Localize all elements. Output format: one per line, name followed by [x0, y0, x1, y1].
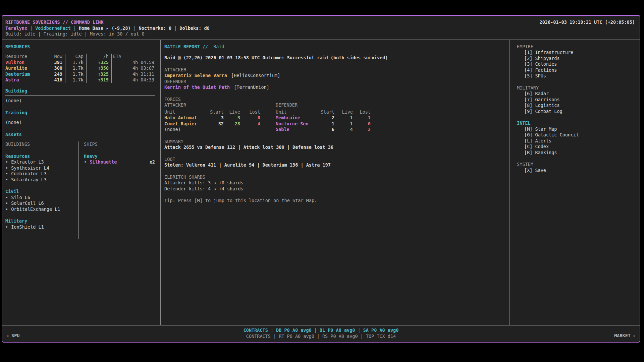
contracts-line-primary: CONTRACTS|DB P0 A0 avg0|BL P0 A0 avg0|SA…: [2, 327, 640, 334]
loot-label: LOOT: [164, 157, 491, 163]
resource-now: 418: [44, 77, 65, 83]
pact-name: VoidbornePact: [35, 25, 71, 31]
training-queue-title: Training: [5, 110, 155, 116]
menu-section-empire: EMPIRE [1]Infrastructure [2]Shipyards [3…: [517, 44, 640, 79]
buildings-column: BUILDINGS Resources •Extractor L3 •Synth…: [5, 141, 79, 239]
contracts-line-secondary: CONTRACTS|RT P0 A0 avg0|RS P0 A0 avg0|TO…: [2, 334, 640, 340]
defender-identity: Kerrin of the Quiet Path [TerranUnion]: [164, 84, 491, 90]
menu-section-system: SYSTEM [X]Save: [517, 162, 640, 173]
section-rule: [5, 95, 155, 96]
ships-group-heavy: Heavy: [84, 154, 155, 160]
menu-item-logistics[interactable]: [8]Logistics: [517, 103, 640, 109]
building-item: •OrbitalExchange L1: [5, 206, 78, 213]
game-terminal-window: RIFTBORNE SOVEREIGNS // COMMAND LINK 202…: [2, 15, 640, 343]
resource-eta: 4h 04:59: [112, 60, 154, 66]
building-item: •SolarCell L6: [5, 200, 78, 206]
section-rule: [5, 117, 155, 117]
ship-item: •Silhouette x2: [84, 159, 155, 165]
resource-rate: ↑325: [87, 71, 112, 77]
tip-line: Tip: Press [M] to jump to this location …: [164, 198, 491, 204]
bullet-icon: •: [5, 206, 8, 212]
separator: |: [133, 25, 136, 31]
col-header-cap: Cap: [65, 54, 87, 60]
separator: |: [314, 327, 317, 333]
building-item: •IonShield L1: [5, 224, 78, 230]
building-queue-title: Building: [5, 88, 155, 94]
defender-shards-line: Defender kills: 4 → +4 shards: [164, 186, 491, 192]
dolbeks-count: Dolbeks: d0: [179, 25, 209, 31]
raid-headline: Raid @ (22,20) 2026-01-03 18:58 UTC Outc…: [164, 55, 491, 61]
col-header-rate: /h: [87, 54, 112, 60]
resources-table: Resource Now Cap /h ETA Vulkron 391 1.7k…: [5, 54, 155, 83]
resource-name: Deuterium: [5, 71, 44, 77]
resources-title: RESOURCES: [5, 44, 155, 50]
bullet-icon: •: [5, 177, 8, 182]
bullet-icon: •: [5, 200, 8, 206]
menu-item-galactic-council[interactable]: [G]Galactic Council: [517, 132, 640, 138]
battle-report-title: BATTLE REPORT // Raid: [164, 44, 491, 50]
resource-cap: 1.7k: [65, 77, 87, 83]
separator: |: [361, 334, 363, 339]
menu-section-title: SYSTEM: [517, 162, 640, 168]
resource-rate: ↑319: [87, 77, 112, 83]
left-arrow-icon: ◄: [6, 334, 8, 338]
resource-cap: 1.7k: [65, 60, 87, 66]
pager-market[interactable]: MARKET►: [614, 333, 636, 339]
buildings-group-civil: Civil: [5, 189, 78, 195]
bullet-icon: •: [5, 159, 8, 165]
ships-title: SHIPS: [84, 141, 155, 147]
building-item: •Silo L6: [5, 195, 78, 201]
menu-section-title: INTEL: [517, 120, 640, 126]
command-link-header: RIFTBORNE SOVEREIGNS // COMMAND LINK 202…: [2, 16, 640, 40]
separator: |: [73, 25, 76, 31]
status-line-activity: Build: idle | Training: idle | Moves: in…: [5, 31, 635, 37]
menu-section-title: MILITARY: [517, 85, 640, 91]
resource-cap: 1.7k: [65, 65, 87, 71]
menu-item-infrastructure[interactable]: [1]Infrastructure: [517, 50, 640, 56]
menu-item-factions[interactable]: [4]Factions: [517, 67, 640, 73]
menu-item-shipyards[interactable]: [2]Shipyards: [517, 56, 640, 62]
menu-item-codex[interactable]: [C]Codex: [517, 144, 640, 150]
battle-report-panel: BATTLE REPORT // Raid Raid @ (22,20) 202…: [161, 40, 509, 325]
unit-name: Nocturne Sen: [276, 121, 319, 127]
attacker-forces-table: Unit Start Live Lost Halo Automat 3 3 0 …: [164, 109, 260, 133]
menu-item-star-map[interactable]: [M]Star Map: [517, 126, 640, 132]
bullet-icon: •: [5, 171, 8, 176]
resource-eta: 4h 03:07: [112, 65, 154, 71]
unit-name: Membraine: [276, 115, 319, 121]
unit-name: Halo Automat: [164, 115, 208, 121]
defender-forces-table: Unit Start Live Lost Membraine 2 1 1 Noc…: [276, 109, 371, 133]
resource-rate: ↑325: [87, 60, 112, 66]
menu-item-rankings[interactable]: [R]Rankings: [517, 150, 640, 156]
attacker-identity: Imperatrix Selene Varra [HeliosConsortiu…: [164, 73, 491, 79]
resource-eta: 4h 04:33: [112, 77, 154, 83]
contracts-label: CONTRACTS: [246, 334, 271, 339]
separator: |: [174, 25, 177, 31]
attacker-shards-line: Attacker kills: 3 → +0 shards: [164, 180, 491, 186]
menu-item-alerts[interactable]: [L]Alerts: [517, 138, 640, 144]
unit-name: Sable: [276, 127, 319, 133]
defender-name: Kerrin of the Quiet Path: [164, 84, 230, 90]
training-queue-empty: (none): [5, 120, 155, 126]
building-queue-empty: (none): [5, 98, 155, 104]
resource-now: 300: [44, 65, 65, 71]
pager-spu[interactable]: ◄SPU: [6, 333, 19, 339]
eldritch-shards-label: ELDRITCH SHARDS: [164, 174, 491, 180]
unit-name: Comet Rapier: [164, 121, 208, 127]
building-item: •SolarArray L3: [5, 177, 78, 183]
summary-label: SUMMARY: [164, 139, 491, 145]
separator: |: [358, 327, 360, 333]
menu-item-save[interactable]: [X]Save: [517, 168, 640, 174]
bullet-icon: •: [5, 195, 8, 200]
menu-item-colonies[interactable]: [3]Colonies: [517, 61, 640, 67]
menu-item-garrisons[interactable]: [7]Garrisons: [517, 97, 640, 103]
buildings-group-resources: Resources: [5, 154, 78, 160]
menu-section-title: EMPIRE: [517, 44, 640, 50]
menu-item-combat-log[interactable]: [9]Combat Log: [517, 109, 640, 115]
forces-column-headers: ATTACKER DEFENDER: [164, 102, 491, 108]
buildings-group-military: Military: [5, 218, 78, 224]
menu-item-spus[interactable]: [5]SPUs: [517, 73, 640, 79]
menu-item-radar[interactable]: [6]Radar: [517, 91, 640, 97]
resource-name: Aurelite: [5, 65, 44, 71]
app-title: RIFTBORNE SOVEREIGNS // COMMAND LINK: [5, 19, 104, 25]
